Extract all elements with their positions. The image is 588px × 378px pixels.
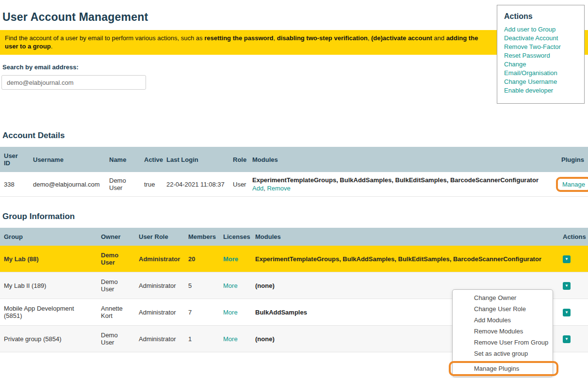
context-menu: Change Owner Change User Role Add Module… [452, 289, 553, 377]
group-user-role: Administrator [135, 246, 184, 272]
column-header-user-role: User Role [135, 228, 184, 246]
account-details-header-row: User ID Username Name Active Last Login … [0, 147, 588, 172]
group-owner: Annette Kort [97, 299, 135, 326]
email-search-input[interactable] [1, 75, 146, 90]
column-header-user-id: User ID [0, 147, 29, 172]
column-header-active: Active [140, 147, 163, 172]
notice-text: , [273, 34, 277, 42]
chevron-down-icon: ▼ [565, 337, 569, 341]
action-link-remove-two-factor[interactable]: Remove Two-Factor [504, 43, 577, 51]
row-actions-dropdown[interactable]: ▼ [563, 309, 571, 316]
group-user-role: Administrator [135, 299, 184, 326]
modules-remove-link[interactable]: Remove [267, 185, 290, 192]
account-row: 338 demo@elabjournal.com Demo User true … [0, 172, 588, 197]
action-link-enable-developer[interactable]: Enable developer [504, 86, 577, 95]
account-plugins-cell: Manage [552, 172, 588, 197]
column-header-name: Name [105, 147, 140, 172]
notice-text: and [432, 34, 446, 42]
action-link-reset-password[interactable]: Reset Password [504, 51, 577, 60]
group-name: My Lab II (189) [0, 272, 97, 299]
notice-text: Find the account of a user by email to p… [5, 34, 204, 42]
notice-text-bold: (de)activate account [371, 34, 432, 42]
account-role: User [229, 172, 248, 197]
account-modules-cell: ExperimentTemplateGroups, BulkAddSamples… [248, 172, 552, 197]
chevron-down-icon: ▼ [565, 310, 569, 315]
licenses-more-link[interactable]: More [223, 282, 238, 289]
column-header-group: Group [0, 228, 97, 246]
notice-text-bold: disabling two-step verification [277, 34, 368, 42]
menu-item-label: Manage Plugins [474, 365, 519, 372]
group-name: Mobile App Development (5851) [0, 299, 97, 326]
account-details-table: User ID Username Name Active Last Login … [0, 147, 588, 197]
column-header-licenses: Licenses [219, 228, 251, 246]
group-owner: Demo User [97, 326, 135, 352]
chevron-down-icon: ▼ [565, 257, 569, 261]
group-user-role: Administrator [135, 326, 184, 352]
row-actions-dropdown[interactable]: ▼ [563, 282, 571, 290]
group-user-role: Administrator [135, 272, 184, 299]
menu-item-change-user-role[interactable]: Change User Role [453, 303, 553, 315]
group-members: 5 [184, 272, 219, 299]
menu-item-manage-plugins[interactable]: Manage Plugins [453, 363, 553, 374]
menu-item-remove-modules[interactable]: Remove Modules [453, 326, 553, 337]
column-header-plugins: Plugins [552, 147, 588, 172]
column-header-role: Role [229, 147, 248, 172]
group-name: Private group (5854) [0, 326, 97, 352]
row-actions-dropdown[interactable]: ▼ [563, 255, 571, 263]
action-link-deactivate-account[interactable]: Deactivate Account [504, 34, 577, 43]
column-header-members: Members [184, 228, 219, 246]
account-user-id: 338 [0, 172, 29, 197]
column-header-owner: Owner [97, 228, 135, 246]
group-owner: Demo User [97, 272, 135, 299]
account-last-login: 22-04-2021 11:08:37 [163, 172, 229, 197]
notice-text: , [368, 34, 371, 42]
account-active: true [140, 172, 163, 197]
menu-item-set-as-active-group[interactable]: Set as active group [453, 348, 553, 359]
action-link-change-email-organisation[interactable]: Change Email/Organisation [504, 60, 577, 78]
row-actions-dropdown[interactable]: ▼ [563, 335, 571, 343]
column-header-modules: Modules [248, 147, 552, 172]
chevron-down-icon: ▼ [565, 284, 569, 288]
group-members: 20 [184, 246, 219, 272]
action-link-change-username[interactable]: Change Username [504, 78, 577, 86]
licenses-more-link[interactable]: More [223, 309, 238, 316]
actions-panel: Actions Add user to Group Deactivate Acc… [497, 5, 585, 104]
column-header-actions: Actions [559, 228, 588, 246]
group-row-my-lab: My Lab (88) Demo User Administrator 20 M… [0, 246, 588, 272]
notice-text: . [51, 43, 53, 50]
group-information-header-row: Group Owner User Role Members Licenses M… [0, 228, 588, 246]
menu-separator [453, 361, 553, 362]
column-header-username: Username [29, 147, 105, 172]
notice-text-bold: resetting the password [204, 34, 273, 42]
column-header-last-login: Last Login [163, 147, 229, 172]
group-members: 1 [184, 326, 219, 352]
menu-item-remove-user-from-group[interactable]: Remove User From Group [453, 337, 553, 348]
modules-add-link[interactable]: Add [252, 185, 263, 192]
menu-item-change-owner[interactable]: Change Owner [453, 292, 553, 303]
group-information-heading: Group Information [2, 212, 588, 221]
group-members: 7 [184, 299, 219, 326]
group-name: My Lab (88) [0, 246, 97, 272]
account-modules-list: ExperimentTemplateGroups, BulkAddSamples… [252, 176, 548, 184]
group-modules: ExperimentTemplateGroups, BulkAddSamples… [251, 246, 559, 272]
column-header-modules: Modules [251, 228, 559, 246]
actions-panel-title: Actions [504, 12, 577, 21]
licenses-more-link[interactable]: More [223, 255, 238, 263]
account-username: demo@elabjournal.com [29, 172, 105, 197]
highlight-ring-manage: Manage [556, 177, 588, 192]
account-details-heading: Account Details [2, 131, 588, 141]
menu-item-add-modules[interactable]: Add Modules [453, 315, 553, 326]
action-link-add-user-to-group[interactable]: Add user to Group [504, 25, 577, 34]
group-owner: Demo User [97, 246, 135, 272]
page: User Account Management Find the account… [0, 0, 588, 378]
licenses-more-link[interactable]: More [223, 335, 238, 343]
account-name: Demo User [105, 172, 140, 197]
plugins-manage-link[interactable]: Manage [562, 181, 585, 188]
